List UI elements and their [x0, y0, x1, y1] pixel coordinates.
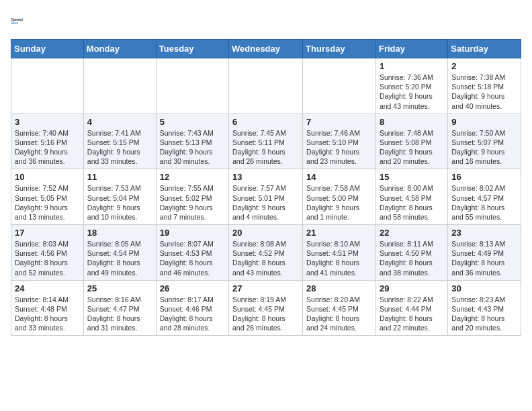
- day-number: 12: [160, 172, 225, 182]
- calendar-cell: 18Sunrise: 8:05 AM Sunset: 4:54 PM Dayli…: [83, 225, 156, 281]
- day-info: Sunrise: 8:23 AM Sunset: 4:43 PM Dayligh…: [451, 295, 517, 333]
- day-info: Sunrise: 8:16 AM Sunset: 4:47 PM Dayligh…: [87, 295, 152, 333]
- calendar-cell: 28Sunrise: 8:20 AM Sunset: 4:45 PM Dayli…: [303, 280, 376, 336]
- day-number: 14: [306, 172, 372, 182]
- calendar-cell: 20Sunrise: 8:08 AM Sunset: 4:52 PM Dayli…: [229, 225, 303, 281]
- calendar-cell: [83, 58, 156, 114]
- calendar-cell: 2Sunrise: 7:38 AM Sunset: 5:18 PM Daylig…: [448, 58, 521, 114]
- day-info: Sunrise: 8:05 AM Sunset: 4:54 PM Dayligh…: [87, 239, 152, 277]
- day-info: Sunrise: 8:03 AM Sunset: 4:56 PM Dayligh…: [15, 239, 80, 277]
- day-info: Sunrise: 8:10 AM Sunset: 4:51 PM Dayligh…: [306, 239, 372, 277]
- calendar-cell: 1Sunrise: 7:36 AM Sunset: 5:20 PM Daylig…: [375, 58, 447, 114]
- day-number: 16: [451, 172, 517, 182]
- day-number: 28: [306, 283, 372, 293]
- day-info: Sunrise: 7:43 AM Sunset: 5:13 PM Dayligh…: [160, 128, 225, 167]
- day-info: Sunrise: 7:45 AM Sunset: 5:11 PM Dayligh…: [232, 128, 299, 167]
- calendar-cell: 15Sunrise: 8:00 AM Sunset: 4:58 PM Dayli…: [375, 169, 447, 225]
- calendar-cell: 24Sunrise: 8:14 AM Sunset: 4:48 PM Dayli…: [11, 280, 84, 336]
- calendar-cell: 9Sunrise: 7:50 AM Sunset: 5:07 PM Daylig…: [448, 113, 521, 169]
- calendar-cell: 29Sunrise: 8:22 AM Sunset: 4:44 PM Dayli…: [375, 280, 447, 336]
- day-number: 23: [451, 228, 517, 238]
- calendar-cell: 8Sunrise: 7:48 AM Sunset: 5:08 PM Daylig…: [375, 113, 447, 169]
- calendar-cell: 19Sunrise: 8:07 AM Sunset: 4:53 PM Dayli…: [156, 225, 228, 281]
- day-info: Sunrise: 7:58 AM Sunset: 5:00 PM Dayligh…: [306, 183, 372, 222]
- day-number: 18: [87, 228, 152, 238]
- day-info: Sunrise: 8:00 AM Sunset: 4:58 PM Dayligh…: [380, 183, 444, 222]
- day-number: 6: [232, 117, 299, 127]
- day-number: 9: [451, 117, 517, 127]
- day-info: Sunrise: 8:11 AM Sunset: 4:50 PM Dayligh…: [380, 239, 444, 277]
- day-number: 27: [232, 283, 299, 293]
- calendar-cell: [229, 58, 303, 114]
- calendar: SundayMondayTuesdayWednesdayThursdayFrid…: [11, 39, 521, 336]
- col-header-tuesday: Tuesday: [156, 40, 228, 58]
- day-number: 30: [451, 283, 517, 293]
- calendar-cell: 26Sunrise: 8:17 AM Sunset: 4:46 PM Dayli…: [156, 280, 228, 336]
- day-number: 24: [15, 283, 80, 293]
- day-number: 2: [451, 61, 517, 71]
- logo: General Blue: [11, 11, 35, 32]
- day-info: Sunrise: 8:13 AM Sunset: 4:49 PM Dayligh…: [451, 239, 517, 277]
- day-info: Sunrise: 7:38 AM Sunset: 5:18 PM Dayligh…: [451, 73, 517, 111]
- calendar-cell: 6Sunrise: 7:45 AM Sunset: 5:11 PM Daylig…: [229, 113, 303, 169]
- day-info: Sunrise: 7:53 AM Sunset: 5:04 PM Dayligh…: [87, 183, 152, 222]
- day-info: Sunrise: 7:50 AM Sunset: 5:07 PM Dayligh…: [451, 128, 517, 167]
- day-info: Sunrise: 7:46 AM Sunset: 5:10 PM Dayligh…: [306, 128, 372, 167]
- day-number: 8: [380, 117, 444, 127]
- day-info: Sunrise: 8:19 AM Sunset: 4:45 PM Dayligh…: [232, 295, 299, 333]
- day-number: 21: [306, 228, 372, 238]
- calendar-cell: 10Sunrise: 7:52 AM Sunset: 5:05 PM Dayli…: [11, 169, 84, 225]
- calendar-cell: 27Sunrise: 8:19 AM Sunset: 4:45 PM Dayli…: [229, 280, 303, 336]
- calendar-cell: 22Sunrise: 8:11 AM Sunset: 4:50 PM Dayli…: [375, 225, 447, 281]
- col-header-sunday: Sunday: [11, 40, 84, 58]
- day-number: 19: [160, 228, 225, 238]
- calendar-cell: 14Sunrise: 7:58 AM Sunset: 5:00 PM Dayli…: [303, 169, 376, 225]
- col-header-thursday: Thursday: [303, 40, 376, 58]
- day-number: 26: [160, 283, 225, 293]
- day-info: Sunrise: 7:57 AM Sunset: 5:01 PM Dayligh…: [232, 183, 299, 222]
- svg-text:General: General: [11, 18, 23, 21]
- day-info: Sunrise: 7:48 AM Sunset: 5:08 PM Dayligh…: [380, 128, 444, 167]
- day-number: 3: [15, 117, 80, 127]
- calendar-cell: 13Sunrise: 7:57 AM Sunset: 5:01 PM Dayli…: [229, 169, 303, 225]
- day-info: Sunrise: 8:17 AM Sunset: 4:46 PM Dayligh…: [160, 295, 225, 333]
- calendar-cell: [156, 58, 228, 114]
- svg-text:Blue: Blue: [11, 21, 18, 25]
- calendar-cell: 12Sunrise: 7:55 AM Sunset: 5:02 PM Dayli…: [156, 169, 228, 225]
- day-info: Sunrise: 7:36 AM Sunset: 5:20 PM Dayligh…: [380, 73, 444, 111]
- day-info: Sunrise: 8:07 AM Sunset: 4:53 PM Dayligh…: [160, 239, 225, 277]
- day-info: Sunrise: 8:08 AM Sunset: 4:52 PM Dayligh…: [232, 239, 299, 277]
- day-info: Sunrise: 7:55 AM Sunset: 5:02 PM Dayligh…: [160, 183, 225, 222]
- day-number: 10: [15, 172, 80, 182]
- calendar-cell: [11, 58, 84, 114]
- day-number: 25: [87, 283, 152, 293]
- calendar-cell: 23Sunrise: 8:13 AM Sunset: 4:49 PM Dayli…: [448, 225, 521, 281]
- col-header-saturday: Saturday: [448, 40, 521, 58]
- calendar-cell: 7Sunrise: 7:46 AM Sunset: 5:10 PM Daylig…: [303, 113, 376, 169]
- day-info: Sunrise: 8:22 AM Sunset: 4:44 PM Dayligh…: [380, 295, 444, 333]
- calendar-cell: 21Sunrise: 8:10 AM Sunset: 4:51 PM Dayli…: [303, 225, 376, 281]
- day-number: 15: [380, 172, 444, 182]
- day-info: Sunrise: 7:40 AM Sunset: 5:16 PM Dayligh…: [15, 128, 80, 167]
- day-number: 29: [380, 283, 444, 293]
- logo-icon: General Blue: [11, 11, 32, 32]
- day-number: 7: [306, 117, 372, 127]
- day-number: 20: [232, 228, 299, 238]
- day-number: 5: [160, 117, 225, 127]
- col-header-wednesday: Wednesday: [229, 40, 303, 58]
- day-number: 4: [87, 117, 152, 127]
- day-number: 17: [15, 228, 80, 238]
- calendar-cell: 3Sunrise: 7:40 AM Sunset: 5:16 PM Daylig…: [11, 113, 84, 169]
- day-number: 1: [380, 61, 444, 71]
- day-number: 22: [380, 228, 444, 238]
- calendar-cell: 11Sunrise: 7:53 AM Sunset: 5:04 PM Dayli…: [83, 169, 156, 225]
- calendar-cell: 30Sunrise: 8:23 AM Sunset: 4:43 PM Dayli…: [448, 280, 521, 336]
- calendar-cell: 4Sunrise: 7:41 AM Sunset: 5:15 PM Daylig…: [83, 113, 156, 169]
- day-number: 11: [87, 172, 152, 182]
- calendar-cell: 5Sunrise: 7:43 AM Sunset: 5:13 PM Daylig…: [156, 113, 228, 169]
- day-info: Sunrise: 7:52 AM Sunset: 5:05 PM Dayligh…: [15, 183, 80, 222]
- calendar-cell: 16Sunrise: 8:02 AM Sunset: 4:57 PM Dayli…: [448, 169, 521, 225]
- day-info: Sunrise: 8:14 AM Sunset: 4:48 PM Dayligh…: [15, 295, 80, 333]
- col-header-monday: Monday: [83, 40, 156, 58]
- page-header: General Blue: [11, 11, 521, 32]
